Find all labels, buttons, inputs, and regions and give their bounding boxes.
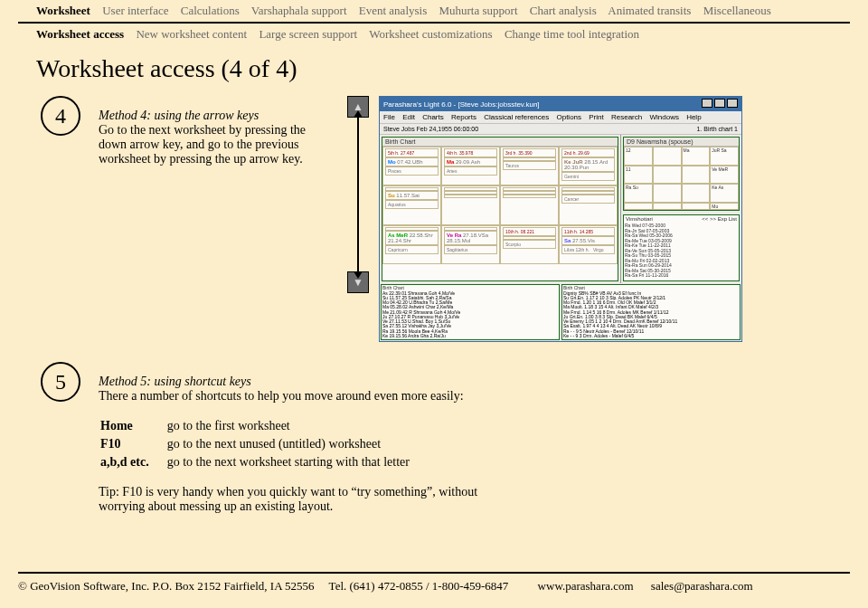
app-titlebar: Parashara's Light 6.0 - [Steve Jobs:jobs… (380, 97, 741, 111)
vims-list: Ra Wed 07-05-2000Ra-Jn Sat 07-05-2003Ra-… (624, 223, 739, 281)
key-cell: F10 (100, 436, 165, 452)
nav-misc[interactable]: Miscellaneous (703, 4, 771, 17)
nav-chart-analysis[interactable]: Chart analysis (530, 4, 597, 17)
close-icon (727, 99, 738, 108)
window-controls (700, 99, 738, 109)
birth-chart-title: Birth Chart (382, 138, 618, 147)
app-title: Parashara's Light 6.0 - [Steve Jobs:jobs… (383, 100, 540, 109)
menu-research[interactable]: Research (611, 113, 642, 121)
method4-desc: Go to the next worksheet by pressing the… (99, 123, 334, 166)
method4-heading: Method 4: using the arrow keys (99, 109, 334, 123)
app-toolbar: Steve Jobs Feb 24,1955 06:00:00 1. Birth… (380, 123, 741, 135)
menu-charts[interactable]: Charts (422, 113, 444, 121)
menu-print[interactable]: Print (589, 113, 603, 121)
step-4-number: 4 (41, 96, 80, 136)
nav-transits[interactable]: Animated transits (608, 4, 691, 17)
footer-email-link[interactable]: sales@parashara.com (651, 579, 753, 593)
subnav-custom[interactable]: Worksheet customizations (369, 27, 493, 41)
nav-ui[interactable]: User interface (102, 4, 168, 17)
method5-intro: There a number of shortcuts to help you … (99, 389, 496, 404)
arrow-column: ▲ ▼ (343, 96, 373, 293)
top-nav: Worksheet User interface Calculations Va… (18, 0, 850, 20)
subnav-access[interactable]: Worksheet access (36, 27, 124, 41)
menu-options[interactable]: Options (556, 113, 581, 121)
subnav-changetime[interactable]: Change time tool integration (505, 27, 639, 41)
shortcut-table: Homego to the first worksheet F10go to t… (99, 416, 428, 472)
nav-muhurta[interactable]: Muhurta support (439, 4, 517, 17)
step-5-number: 5 (41, 362, 80, 402)
menu-edit[interactable]: Edit (402, 113, 415, 121)
table-left: Birth ChartAs 22.39.01 Shravana Goh 4,Mo… (381, 284, 560, 340)
desc-cell: go to the next worksheet starting with t… (167, 454, 426, 470)
toolbar-right: 1. Birth chart 1 (696, 126, 738, 132)
nav-calc[interactable]: Calculations (181, 4, 240, 17)
menu-reports[interactable]: Reports (451, 113, 476, 121)
footer-tel: Tel. (641) 472-0855 / 1-800-459-6847 (329, 579, 509, 593)
footer-rule (18, 572, 850, 574)
birth-chart-panel: Birth Chart 5th h. 27.487Mo 07.42.UBhPis… (382, 137, 618, 281)
method5-heading: Method 5: using shortcut keys (99, 375, 496, 389)
footer-copyright: © GeoVision Software, Inc. P.O. Box 2152… (18, 579, 315, 593)
d9-panel: D9 Navamsha (spouse) 12MaJuR Sa11Ve MeRR… (623, 137, 740, 211)
sub-nav: Worksheet access New worksheet content L… (18, 27, 850, 45)
bottom-tables: Birth ChartAs 22.39.01 Shravana Goh 4,Mo… (380, 283, 741, 341)
max-icon (714, 99, 725, 108)
key-cell: a,b,d etc. (100, 454, 165, 470)
key-cell: Home (100, 418, 165, 434)
top-rule (18, 22, 850, 24)
bhava-grid: 5th h. 27.487Mo 07.42.UBhPisces4th h. 35… (382, 147, 618, 264)
min-icon (702, 99, 712, 108)
desc-cell: go to the next unused (untitled) workshe… (167, 436, 426, 452)
footer-site-link[interactable]: www.parashara.com (538, 579, 634, 593)
desc-cell: go to the first worksheet (167, 418, 426, 434)
page-title: Worksheet access (4 of 4) (36, 54, 850, 83)
nav-worksheet[interactable]: Worksheet (36, 4, 90, 17)
app-menubar: File Edit Charts Reports Classical refer… (380, 111, 741, 123)
subnav-large[interactable]: Large screen support (259, 27, 357, 41)
menu-classical[interactable]: Classical references (484, 113, 549, 121)
table-row: a,b,d etc.go to the next worksheet start… (100, 454, 426, 470)
app-screenshot: Parashara's Light 6.0 - [Steve Jobs:jobs… (379, 96, 742, 342)
subnav-new[interactable]: New worksheet content (136, 27, 247, 41)
footer: © GeoVision Software, Inc. P.O. Box 2152… (18, 579, 850, 601)
table-row: F10go to the next unused (untitled) work… (100, 436, 426, 452)
vims-controls[interactable]: << >> Exp List (702, 216, 737, 222)
nav-event[interactable]: Event analysis (359, 4, 427, 17)
menu-windows[interactable]: Windows (649, 113, 678, 121)
vimshottari-panel: Vimshottari<< >> Exp List Ra Wed 07-05-2… (623, 214, 740, 281)
d9-title: D9 Navamsha (spouse) (624, 138, 739, 147)
menu-file[interactable]: File (383, 113, 395, 121)
toolbar-left: Steve Jobs Feb 24,1955 06:00:00 (383, 126, 478, 132)
d9-grid: 12MaJuR Sa11Ve MeRRa SuKe AsMo (624, 147, 739, 210)
table-row: Homego to the first worksheet (100, 418, 426, 434)
nav-varsha[interactable]: Varshaphala support (251, 4, 347, 17)
method5-tip: Tip: F10 is very handy when you quickly … (99, 485, 496, 514)
double-arrow-icon (357, 118, 359, 271)
menu-help[interactable]: Help (686, 113, 701, 121)
vims-title: Vimshottari (626, 216, 653, 222)
table-right: Birth Chart Dignity SB% SB# VB AV Av3 Ef… (561, 284, 741, 340)
